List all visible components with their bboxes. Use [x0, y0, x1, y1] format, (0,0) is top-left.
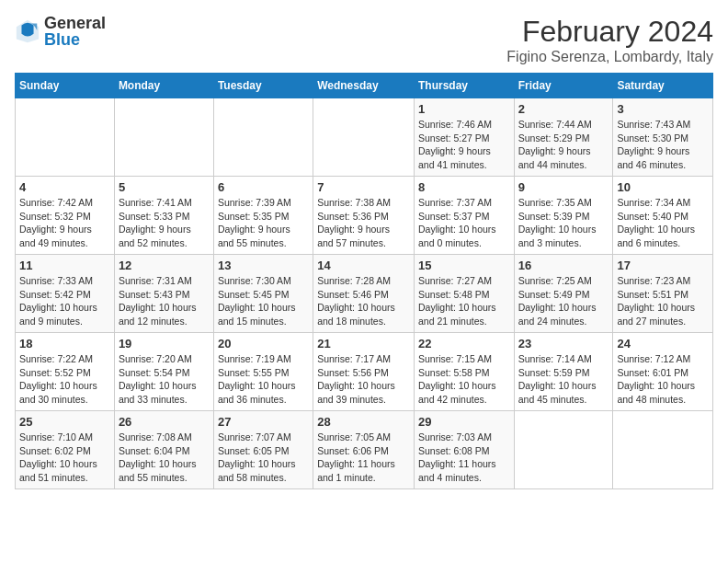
day-of-week-header: Friday	[514, 74, 613, 98]
day-number: 1	[418, 102, 510, 116]
day-info: Sunrise: 7:46 AM Sunset: 5:27 PM Dayligh…	[418, 118, 510, 172]
day-of-week-header: Sunday	[16, 74, 115, 98]
calendar-cell	[514, 411, 613, 489]
day-number: 22	[418, 337, 510, 350]
calendar-cell: 21Sunrise: 7:17 AM Sunset: 5:56 PM Dayli…	[313, 333, 415, 411]
day-number: 14	[317, 259, 410, 272]
day-number: 11	[19, 259, 110, 272]
calendar-cell: 8Sunrise: 7:37 AM Sunset: 5:37 PM Daylig…	[414, 177, 514, 255]
calendar-cell: 26Sunrise: 7:08 AM Sunset: 6:04 PM Dayli…	[114, 411, 213, 489]
day-info: Sunrise: 7:43 AM Sunset: 5:30 PM Dayligh…	[617, 118, 709, 172]
calendar-week-row: 4Sunrise: 7:42 AM Sunset: 5:32 PM Daylig…	[16, 177, 713, 255]
calendar-cell: 28Sunrise: 7:05 AM Sunset: 6:06 PM Dayli…	[313, 411, 415, 489]
day-number: 18	[19, 337, 110, 350]
calendar-cell: 22Sunrise: 7:15 AM Sunset: 5:58 PM Dayli…	[414, 333, 514, 411]
day-number: 5	[119, 180, 210, 194]
calendar-cell: 25Sunrise: 7:10 AM Sunset: 6:02 PM Dayli…	[16, 411, 115, 489]
logo-line1: General	[44, 15, 106, 31]
calendar-week-row: 1Sunrise: 7:46 AM Sunset: 5:27 PM Daylig…	[16, 98, 713, 177]
day-number: 10	[617, 180, 709, 194]
day-info: Sunrise: 7:41 AM Sunset: 5:33 PM Dayligh…	[119, 196, 210, 250]
day-info: Sunrise: 7:19 AM Sunset: 5:55 PM Dayligh…	[218, 352, 309, 407]
calendar-cell: 24Sunrise: 7:12 AM Sunset: 6:01 PM Dayli…	[613, 333, 713, 411]
day-number: 16	[518, 259, 609, 272]
day-number: 4	[19, 180, 110, 194]
day-of-week-header: Saturday	[613, 74, 713, 98]
day-of-week-header: Wednesday	[313, 74, 415, 98]
day-number: 29	[418, 415, 510, 429]
day-info: Sunrise: 7:23 AM Sunset: 5:51 PM Dayligh…	[617, 274, 709, 328]
day-of-week-header: Tuesday	[213, 74, 313, 98]
page-subtitle: Figino Serenza, Lombardy, Italy	[506, 49, 713, 65]
day-info: Sunrise: 7:33 AM Sunset: 5:42 PM Dayligh…	[19, 274, 110, 328]
day-info: Sunrise: 7:31 AM Sunset: 5:43 PM Dayligh…	[119, 274, 210, 328]
day-number: 28	[317, 415, 410, 429]
day-info: Sunrise: 7:44 AM Sunset: 5:29 PM Dayligh…	[518, 118, 609, 172]
day-number: 20	[218, 337, 309, 350]
day-info: Sunrise: 7:20 AM Sunset: 5:54 PM Dayligh…	[119, 352, 210, 407]
day-number: 19	[119, 337, 210, 350]
calendar-week-row: 25Sunrise: 7:10 AM Sunset: 6:02 PM Dayli…	[16, 411, 713, 489]
day-info: Sunrise: 7:15 AM Sunset: 5:58 PM Dayligh…	[418, 352, 510, 407]
calendar-cell: 20Sunrise: 7:19 AM Sunset: 5:55 PM Dayli…	[213, 333, 313, 411]
calendar-table: SundayMondayTuesdayWednesdayThursdayFrid…	[15, 73, 713, 489]
page-title: February 2024	[506, 15, 713, 49]
day-number: 17	[617, 259, 709, 272]
logo-icon	[15, 18, 40, 44]
calendar-cell	[613, 411, 713, 489]
calendar-cell: 2Sunrise: 7:44 AM Sunset: 5:29 PM Daylig…	[514, 98, 613, 177]
calendar-week-row: 11Sunrise: 7:33 AM Sunset: 5:42 PM Dayli…	[16, 255, 713, 333]
calendar-cell: 14Sunrise: 7:28 AM Sunset: 5:46 PM Dayli…	[313, 255, 415, 333]
day-number: 21	[317, 337, 410, 350]
day-info: Sunrise: 7:30 AM Sunset: 5:45 PM Dayligh…	[218, 274, 309, 328]
day-info: Sunrise: 7:42 AM Sunset: 5:32 PM Dayligh…	[19, 196, 110, 250]
day-number: 26	[119, 415, 210, 429]
day-number: 2	[518, 102, 609, 116]
day-number: 6	[218, 180, 309, 194]
calendar-cell: 4Sunrise: 7:42 AM Sunset: 5:32 PM Daylig…	[16, 177, 115, 255]
day-info: Sunrise: 7:05 AM Sunset: 6:06 PM Dayligh…	[317, 431, 410, 485]
day-info: Sunrise: 7:17 AM Sunset: 5:56 PM Dayligh…	[317, 352, 410, 407]
calendar-cell: 7Sunrise: 7:38 AM Sunset: 5:36 PM Daylig…	[313, 177, 415, 255]
calendar-cell: 12Sunrise: 7:31 AM Sunset: 5:43 PM Dayli…	[114, 255, 213, 333]
day-info: Sunrise: 7:08 AM Sunset: 6:04 PM Dayligh…	[119, 431, 210, 485]
day-info: Sunrise: 7:03 AM Sunset: 6:08 PM Dayligh…	[418, 431, 510, 485]
day-info: Sunrise: 7:07 AM Sunset: 6:05 PM Dayligh…	[218, 431, 309, 485]
title-block: February 2024 Figino Serenza, Lombardy, …	[506, 15, 713, 65]
day-number: 24	[617, 337, 709, 350]
day-info: Sunrise: 7:12 AM Sunset: 6:01 PM Dayligh…	[617, 352, 709, 407]
calendar-cell	[16, 98, 115, 177]
calendar-header-row: SundayMondayTuesdayWednesdayThursdayFrid…	[16, 74, 713, 98]
day-info: Sunrise: 7:25 AM Sunset: 5:49 PM Dayligh…	[518, 274, 609, 328]
day-number: 7	[317, 180, 410, 194]
calendar-cell	[114, 98, 213, 177]
day-number: 27	[218, 415, 309, 429]
calendar-cell: 17Sunrise: 7:23 AM Sunset: 5:51 PM Dayli…	[613, 255, 713, 333]
day-number: 8	[418, 180, 510, 194]
calendar-cell: 3Sunrise: 7:43 AM Sunset: 5:30 PM Daylig…	[613, 98, 713, 177]
calendar-cell: 10Sunrise: 7:34 AM Sunset: 5:40 PM Dayli…	[613, 177, 713, 255]
day-of-week-header: Thursday	[414, 74, 514, 98]
calendar-cell	[313, 98, 415, 177]
day-info: Sunrise: 7:28 AM Sunset: 5:46 PM Dayligh…	[317, 274, 410, 328]
calendar-cell: 23Sunrise: 7:14 AM Sunset: 5:59 PM Dayli…	[514, 333, 613, 411]
day-number: 25	[19, 415, 110, 429]
calendar-cell: 13Sunrise: 7:30 AM Sunset: 5:45 PM Dayli…	[213, 255, 313, 333]
day-info: Sunrise: 7:27 AM Sunset: 5:48 PM Dayligh…	[418, 274, 510, 328]
logo: General Blue	[15, 15, 106, 48]
calendar-cell: 9Sunrise: 7:35 AM Sunset: 5:39 PM Daylig…	[514, 177, 613, 255]
day-info: Sunrise: 7:34 AM Sunset: 5:40 PM Dayligh…	[617, 196, 709, 250]
calendar-cell: 5Sunrise: 7:41 AM Sunset: 5:33 PM Daylig…	[114, 177, 213, 255]
day-info: Sunrise: 7:10 AM Sunset: 6:02 PM Dayligh…	[19, 431, 110, 485]
day-of-week-header: Monday	[114, 74, 213, 98]
day-number: 15	[418, 259, 510, 272]
day-number: 3	[617, 102, 709, 116]
calendar-cell: 6Sunrise: 7:39 AM Sunset: 5:35 PM Daylig…	[213, 177, 313, 255]
calendar-cell: 29Sunrise: 7:03 AM Sunset: 6:08 PM Dayli…	[414, 411, 514, 489]
calendar-cell: 27Sunrise: 7:07 AM Sunset: 6:05 PM Dayli…	[213, 411, 313, 489]
day-info: Sunrise: 7:37 AM Sunset: 5:37 PM Dayligh…	[418, 196, 510, 250]
day-info: Sunrise: 7:39 AM Sunset: 5:35 PM Dayligh…	[218, 196, 309, 250]
day-number: 9	[518, 180, 609, 194]
logo-text: General Blue	[44, 15, 106, 48]
calendar-cell: 11Sunrise: 7:33 AM Sunset: 5:42 PM Dayli…	[16, 255, 115, 333]
